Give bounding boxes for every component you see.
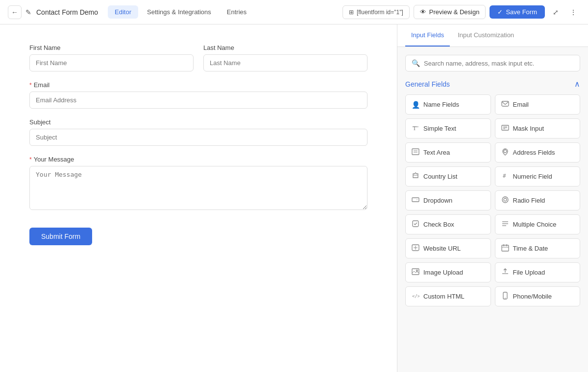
time-date-label: Time & Date bbox=[513, 245, 548, 252]
nav-editor[interactable]: Editor bbox=[108, 5, 138, 19]
field-item-country-list[interactable]: Country List bbox=[405, 166, 491, 186]
tab-input-fields[interactable]: Input Fields bbox=[405, 24, 450, 46]
right-panel: Input Fields Input Customization 🔍 Gener… bbox=[397, 24, 588, 372]
fullscreen-button[interactable]: ⤢ bbox=[549, 5, 563, 19]
last-name-label: Last Name bbox=[203, 44, 368, 51]
field-item-text-area[interactable]: Text Area bbox=[405, 142, 491, 163]
field-item-dropdown[interactable]: Dropdown bbox=[405, 190, 491, 210]
nav: Editor Settings & Integrations Entries bbox=[108, 5, 253, 19]
field-item-email[interactable]: Email bbox=[495, 94, 581, 115]
field-item-simple-text[interactable]: TSimple Text bbox=[405, 118, 491, 139]
field-item-image-upload[interactable]: Image Upload bbox=[405, 262, 491, 282]
nav-settings[interactable]: Settings & Integrations bbox=[140, 5, 218, 19]
radio-field-label: Radio Field bbox=[513, 197, 545, 204]
check-box-label: Check Box bbox=[423, 221, 454, 228]
country-list-icon bbox=[412, 172, 419, 181]
dropdown-icon bbox=[412, 196, 419, 205]
svg-text:</>: </> bbox=[412, 294, 419, 299]
form-icon: ✎ bbox=[25, 8, 31, 16]
form-area: First Name Last Name * Email Subject bbox=[0, 24, 397, 372]
email-label: Email bbox=[513, 101, 529, 108]
address-fields-label: Address Fields bbox=[513, 149, 555, 156]
subject-label: Subject bbox=[29, 118, 368, 126]
back-icon: ← bbox=[11, 8, 18, 16]
address-fields-icon bbox=[501, 148, 509, 157]
tab-input-customization[interactable]: Input Customization bbox=[452, 24, 520, 46]
website-url-icon bbox=[412, 244, 419, 253]
svg-point-29 bbox=[505, 298, 506, 299]
field-item-radio-field[interactable]: Radio Field bbox=[495, 190, 581, 210]
text-area-icon bbox=[412, 148, 419, 157]
email-group: * Email bbox=[29, 81, 368, 109]
name-row: First Name Last Name bbox=[29, 44, 368, 71]
back-button[interactable]: ← bbox=[8, 5, 22, 19]
phone-mobile-label: Phone/Mobile bbox=[513, 293, 552, 300]
dropdown-label: Dropdown bbox=[423, 197, 452, 204]
header-right: ⊞ [fluentform id="1"] 👁 Preview & Design… bbox=[343, 5, 580, 19]
field-item-check-box[interactable]: Check Box bbox=[405, 214, 491, 234]
first-name-input[interactable] bbox=[29, 54, 194, 71]
svg-rect-21 bbox=[502, 245, 509, 251]
field-item-numeric-field[interactable]: #Numeric Field bbox=[495, 166, 581, 186]
subject-group: Subject bbox=[29, 118, 368, 146]
last-name-input[interactable] bbox=[203, 54, 368, 71]
header: ← ✎ Contact Form Demo Editor Settings & … bbox=[0, 0, 588, 24]
svg-rect-0 bbox=[502, 101, 509, 106]
shortcode-button[interactable]: ⊞ [fluentform id="1"] bbox=[343, 5, 410, 19]
mask-input-label: Mask Input bbox=[513, 125, 544, 132]
search-box: 🔍 bbox=[405, 55, 580, 71]
svg-rect-7 bbox=[412, 149, 419, 155]
time-date-icon bbox=[501, 244, 509, 253]
field-item-time-date[interactable]: Time & Date bbox=[495, 238, 581, 258]
multiple-choice-icon bbox=[501, 220, 509, 229]
message-input[interactable] bbox=[29, 166, 368, 210]
subject-input[interactable] bbox=[29, 129, 368, 146]
fullscreen-icon: ⤢ bbox=[553, 8, 559, 16]
message-group: * Your Message bbox=[29, 156, 368, 210]
custom-html-icon: </> bbox=[412, 292, 419, 301]
email-icon bbox=[501, 100, 509, 109]
email-required: * bbox=[29, 82, 32, 89]
panel-tabs: Input Fields Input Customization bbox=[397, 24, 588, 47]
save-button[interactable]: ✓ Save Form bbox=[490, 5, 545, 19]
email-input[interactable] bbox=[29, 92, 368, 109]
first-name-group: First Name bbox=[29, 44, 194, 71]
custom-html-label: Custom HTML bbox=[423, 293, 465, 300]
field-item-name-fields[interactable]: 👤Name Fields bbox=[405, 94, 491, 115]
form-title: Contact Form Demo bbox=[36, 8, 98, 16]
svg-point-26 bbox=[416, 270, 418, 272]
field-item-mask-input[interactable]: Mask Input bbox=[495, 118, 581, 139]
field-item-website-url[interactable]: Website URL bbox=[405, 238, 491, 258]
section-header: General Fields ∧ bbox=[405, 79, 580, 89]
radio-field-icon bbox=[501, 196, 509, 205]
image-upload-label: Image Upload bbox=[423, 269, 463, 276]
nav-entries[interactable]: Entries bbox=[220, 5, 253, 19]
svg-text:#: # bbox=[503, 173, 506, 179]
multiple-choice-label: Multiple Choice bbox=[513, 221, 557, 228]
email-label: * Email bbox=[29, 81, 368, 89]
submit-button[interactable]: Submit Form bbox=[29, 228, 92, 245]
panel-content: 🔍 General Fields ∧ 👤Name FieldsEmailTSim… bbox=[397, 47, 588, 372]
fields-grid: 👤Name FieldsEmailTSimple TextMask InputT… bbox=[405, 94, 580, 306]
file-upload-label: File Upload bbox=[513, 269, 545, 276]
text-area-label: Text Area bbox=[423, 149, 450, 156]
field-item-custom-html[interactable]: </>Custom HTML bbox=[405, 286, 491, 306]
collapse-icon[interactable]: ∧ bbox=[574, 79, 580, 89]
svg-rect-25 bbox=[412, 269, 419, 275]
preview-button[interactable]: 👁 Preview & Design bbox=[414, 5, 486, 19]
last-name-group: Last Name bbox=[203, 44, 368, 71]
field-item-address-fields[interactable]: Address Fields bbox=[495, 142, 581, 163]
more-icon: ⋮ bbox=[570, 8, 577, 16]
phone-mobile-icon bbox=[501, 292, 509, 301]
field-item-phone-mobile[interactable]: Phone/Mobile bbox=[495, 286, 581, 306]
search-input[interactable] bbox=[424, 60, 574, 67]
more-button[interactable]: ⋮ bbox=[566, 5, 580, 19]
subject-row: Subject bbox=[29, 118, 368, 146]
svg-point-14 bbox=[502, 197, 508, 203]
field-item-multiple-choice[interactable]: Multiple Choice bbox=[495, 214, 581, 234]
email-row: * Email bbox=[29, 81, 368, 109]
save-label: Save Form bbox=[506, 8, 537, 16]
message-required: * bbox=[29, 156, 32, 163]
shortcode-icon: ⊞ bbox=[349, 9, 354, 16]
field-item-file-upload[interactable]: File Upload bbox=[495, 262, 581, 282]
